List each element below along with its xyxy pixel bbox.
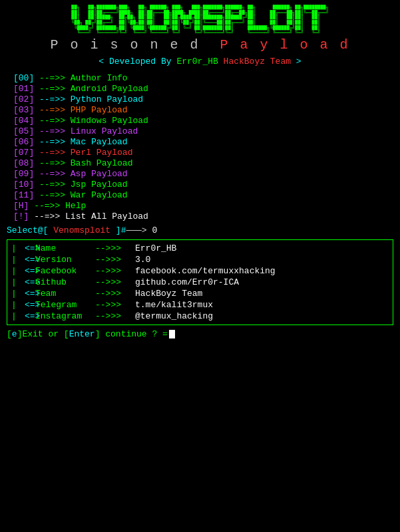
field-5: Telegram [35, 300, 95, 310]
menu-item-num-13: [!] [13, 211, 34, 221]
menu-item-num-4: [04] [13, 116, 39, 126]
arrow-0: <=> [25, 243, 35, 253]
pipe-0: | [11, 243, 25, 253]
prompt-value: 0 [152, 225, 157, 235]
sep-2: -->>> [95, 266, 135, 276]
menu-item-num-12: [H] [13, 201, 34, 211]
menu-item-12[interactable]: [H] --=>> Help [7, 201, 393, 211]
value-0: Err0r_HB [135, 243, 176, 253]
menu-item-label-2: --=>> Python Payload [39, 94, 143, 104]
sep-1: -->>> [95, 255, 135, 265]
menu-item-label-0: --=>> Author Info [39, 73, 128, 83]
prompt-name: Venomsploit [48, 225, 115, 235]
dev-author: Err0r_HB [176, 57, 223, 66]
menu-item-11[interactable]: [11] --=>> War Payload [7, 190, 393, 200]
cursor [169, 330, 175, 338]
menu-item-num-1: [01] [13, 84, 39, 94]
info-row-1: | <=> Version-->>> 3.0 [7, 254, 393, 265]
info-row-6: | <=> Instagram-->>> @termux_hacking [7, 311, 393, 322]
terminal-screen: ██╗ ██╗███████╗███╗ ██╗ ██████╗ ███╗ ███… [0, 0, 400, 532]
menu-item-0[interactable]: [00] --=>> Author Info [7, 73, 393, 83]
prompt-arrow: ———> [126, 225, 152, 235]
dev-prefix: < Developed By [99, 57, 176, 66]
dev-team: HackBoyz Team [224, 57, 296, 66]
prompt-line: Select@[ Venomsploit ]#———> 0 [7, 225, 393, 235]
arrow-4: <=> [25, 289, 35, 299]
menu-item-label-1: --=>> Android Payload [39, 84, 148, 94]
exit-mid2: ] continue ? = [95, 329, 168, 339]
arrow-3: <=> [25, 277, 35, 287]
info-box: | <=> Name-->>> Err0r_HB| <=> Version-->… [7, 239, 393, 325]
menu-item-3[interactable]: [03] --=>> PHP Payload [7, 105, 393, 115]
menu-item-9[interactable]: [09] --=>> Asp Payload [7, 169, 393, 179]
info-row-4: | <=> Team-->>> HackBoyz Team [7, 288, 393, 299]
logo-ascii: ██╗ ██╗███████╗███╗ ██╗ ██████╗ ███╗ ███… [7, 5, 393, 37]
menu-item-1[interactable]: [01] --=>> Android Payload [7, 84, 393, 94]
field-1: Version [35, 255, 95, 265]
menu-item-num-11: [11] [13, 190, 39, 200]
menu-item-num-8: [08] [13, 158, 39, 168]
logo-text: ██╗ ██╗███████╗███╗ ██╗ ██████╗ ███╗ ███… [71, 5, 328, 36]
sep-4: -->>> [95, 289, 135, 299]
menu-item-num-6: [06] [13, 137, 39, 147]
menu-item-6[interactable]: [06] --=>> Mac Payload [7, 137, 393, 147]
pipe-5: | [11, 300, 25, 310]
menu-item-num-5: [05] [13, 126, 39, 136]
pipe-1: | [11, 255, 25, 265]
sep-0: -->>> [95, 243, 135, 253]
exit-bracket-open: [ [7, 329, 12, 339]
field-3: Github [35, 277, 95, 287]
menu-item-label-3: --=>> PHP Payload [39, 105, 128, 115]
pipe-3: | [11, 277, 25, 287]
menu-item-label-7: --=>> Perl Payload [39, 148, 132, 158]
menu-item-7[interactable]: [07] --=>> Perl Payload [7, 148, 393, 158]
menu-item-2[interactable]: [02] --=>> Python Payload [7, 94, 393, 104]
info-row-0: | <=> Name-->>> Err0r_HB [7, 243, 393, 254]
arrow-6: <=> [25, 311, 35, 321]
sep-6: -->>> [95, 311, 135, 321]
menu-item-num-9: [09] [13, 169, 39, 179]
menu-item-num-7: [07] [13, 148, 39, 158]
subtitle-text: P o i s o n e d P a y l o a d [50, 37, 349, 54]
field-6: Instagram [35, 311, 95, 321]
pipe-2: | [11, 266, 25, 276]
info-row-2: | <=> Facebook-->>> facebook.com/termuxx… [7, 265, 393, 277]
arrow-5: <=> [25, 300, 35, 310]
value-1: 3.0 [135, 255, 150, 265]
menu-item-8[interactable]: [08] --=>> Bash Payload [7, 158, 393, 168]
value-2: facebook.com/termuxxhacking [135, 266, 276, 276]
value-5: t.me/kalit3rmux [135, 300, 213, 310]
exit-enter: Enter [69, 329, 95, 339]
pipe-4: | [11, 289, 25, 299]
menu-item-label-4: --=>> Windows Payload [39, 116, 148, 126]
prompt-prefix: Select@[ [7, 225, 48, 235]
arrow-1: <=> [25, 255, 35, 265]
value-4: HackBoyz Team [135, 289, 202, 299]
menu-item-num-2: [02] [13, 94, 39, 104]
menu-item-label-13: --=>> List All Payload [34, 211, 148, 221]
exit-e: e [12, 329, 17, 339]
menu-item-label-11: --=>> War Payload [39, 190, 128, 200]
value-3: github.com/Err0r-ICA [135, 277, 239, 287]
menu-item-label-9: --=>> Asp Payload [39, 169, 128, 179]
menu-item-4[interactable]: [04] --=>> Windows Payload [7, 116, 393, 126]
menu-item-13[interactable]: [!] --=>> List All Payload [7, 211, 393, 221]
menu-item-label-12: --=>> Help [34, 201, 86, 211]
prompt-suffix: ]# [116, 225, 126, 235]
menu-item-10[interactable]: [10] --=>> Jsp Payload [7, 180, 393, 190]
subtitle: P o i s o n e d P a y l o a d [7, 37, 393, 54]
info-row-5: | <=> Telegram-->>> t.me/kalit3rmux [7, 299, 393, 311]
field-4: Team [35, 289, 95, 299]
menu-item-num-3: [03] [13, 105, 39, 115]
field-2: Facebook [35, 266, 95, 276]
exit-mid1: ]Exit or [ [17, 329, 69, 339]
pipe-6: | [11, 311, 25, 321]
dev-suffix: > [296, 57, 301, 66]
arrow-2: <=> [25, 266, 35, 276]
menu-item-label-10: --=>> Jsp Payload [39, 180, 128, 190]
menu-item-5[interactable]: [05] --=>> Linux Payload [7, 126, 393, 136]
menu-list: [00] --=>> Author Info[01] --=>> Android… [7, 73, 393, 221]
menu-item-num-0: [00] [13, 73, 39, 83]
sep-5: -->>> [95, 300, 135, 310]
dev-line: < Developed By Err0r_HB HackBoyz Team > [7, 57, 393, 66]
